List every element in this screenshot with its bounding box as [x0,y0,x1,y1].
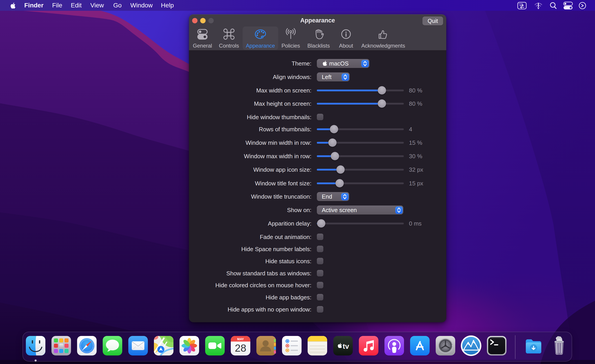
svg-text:tv: tv [343,342,349,350]
svg-text:MAY: MAY [237,337,244,341]
svg-text:28: 28 [235,342,246,354]
